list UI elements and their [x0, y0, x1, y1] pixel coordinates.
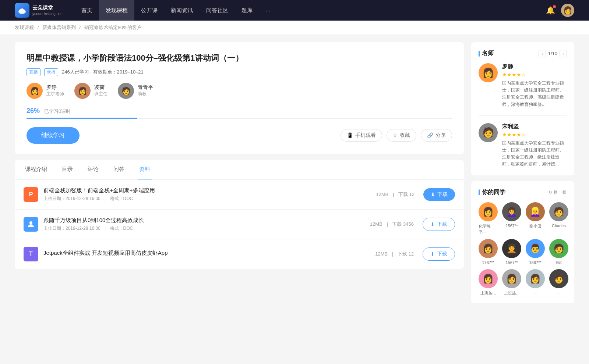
resource-3-downloads: 下载 12	[398, 251, 414, 257]
classmate-2-name: 1567**	[505, 224, 518, 228]
resource-3-info: Jetpack全组件实战 开发短视频应用高仿皮皮虾App	[43, 250, 366, 258]
sidebar-teacher-2-avatar: 🧑	[479, 123, 498, 142]
content-area: 明星中教授课，小学阶段语法100分–强化级第1讲动词（一） 直播 录播 246人…	[15, 42, 464, 303]
classmate-2[interactable]: 👩‍🦱 1567**	[502, 202, 521, 235]
course-title: 明星中教授课，小学阶段语法100分–强化级第1讲动词（一）	[27, 53, 452, 64]
teacher-2: 👩 凌荷 班主任	[74, 83, 107, 99]
classmate-10[interactable]: 👩 上班族...	[502, 269, 521, 296]
user-avatar[interactable]: 👩	[561, 4, 574, 17]
progress-bar-bg	[27, 118, 452, 119]
action-buttons: 📱 手机观看 ☆ 收藏 🔗 分享	[341, 129, 452, 142]
main-layout: 明星中教授课，小学阶段语法100分–强化级第1讲动词（一） 直播 录播 246人…	[0, 35, 589, 311]
teacher-2-avatar: 👩	[74, 83, 91, 99]
classmate-10-avatar: 👩	[502, 269, 521, 288]
tab-resources[interactable]: 资料	[138, 160, 152, 179]
classmate-12-name: ...	[557, 290, 560, 295]
notification-bell[interactable]: 🔔	[546, 6, 555, 15]
resource-3-download-button[interactable]: ⬇ 下载	[423, 247, 455, 261]
classmate-5[interactable]: 👩 1767**	[479, 239, 498, 265]
refresh-label: 换一换	[554, 189, 567, 196]
progress-pct: 26%	[27, 107, 40, 114]
teacher-1: 👩 罗静 主讲老师	[27, 83, 64, 99]
mobile-watch-button[interactable]: 📱 手机观看	[341, 129, 382, 142]
classmate-8[interactable]: 🧑 Bill	[549, 239, 568, 265]
breadcrumb-link-2[interactable]: 新媒体营销系列	[42, 25, 76, 30]
classmate-3[interactable]: 👱‍♀️ 张小田	[526, 202, 545, 235]
classmates-accent-bar	[479, 189, 480, 195]
mobile-icon: 📱	[347, 132, 353, 138]
classmate-7[interactable]: 👨 1867**	[526, 239, 545, 265]
sidebar-teacher-2-name: 宋利坚	[502, 123, 567, 130]
download-2-icon: ⬇	[430, 221, 435, 227]
nav-item-home[interactable]: 首页	[75, 0, 99, 21]
download-1-icon: ⬇	[431, 192, 435, 197]
tab-qa[interactable]: 问答	[112, 160, 126, 179]
resource-3-size: 12MB	[375, 251, 388, 257]
breadcrumb: 发现课程 / 新媒体营销系列 / 销冠修炼术搞定80%的客户	[0, 21, 589, 35]
sidebar-teacher-1-name: 罗静	[502, 63, 567, 70]
breadcrumb-sep-2: /	[80, 25, 81, 30]
tab-review[interactable]: 评论	[86, 160, 100, 179]
sidebar-teacher-2-info: 宋利坚 ★★★★☆ 国内某重点大学安全工程专业硕士，国家一级注册消防工程师、注册…	[502, 123, 567, 168]
resource-1-stats: 12MB | 下载 12	[376, 191, 415, 198]
tab-intro[interactable]: 课程介绍	[24, 160, 49, 179]
teacher-divider	[479, 115, 567, 116]
badge-live: 直播	[27, 68, 40, 76]
nav-item-quiz[interactable]: 题库	[235, 0, 259, 21]
resource-1-info: 前端全栈加强版！前端全栈+全周期+多端应用 上传日期：2019-12-28 16…	[43, 187, 367, 202]
sidebar-teacher-1-avatar: 👩	[479, 63, 498, 82]
classmate-6[interactable]: 🧑‍🦱 1567**	[502, 239, 521, 265]
svg-point-4	[29, 221, 32, 224]
prev-page-button[interactable]: ‹	[539, 50, 546, 57]
share-label: 分享	[435, 132, 446, 139]
classmate-5-avatar: 👩	[479, 239, 498, 258]
nav-item-qa[interactable]: 问答社区	[200, 0, 235, 21]
classmate-3-avatar: 👱‍♀️	[526, 202, 545, 221]
cloud-icon	[17, 6, 27, 15]
resource-2-downloads: 下载 3456	[392, 221, 414, 227]
classmates-grid: 👩 化学教书... 👩‍🦱 1567** 👱‍♀️ 张小田 🧑 Charles	[479, 202, 567, 296]
classmate-9[interactable]: 👩 上班族...	[479, 269, 498, 296]
collect-button[interactable]: ☆ 收藏	[387, 129, 416, 142]
classmates-card: 你的同学 ↻ 换一换 👩 化学教书... 👩‍🦱 1567**	[471, 181, 574, 303]
resource-item-1: P 前端全栈加强版！前端全栈+全周期+多端应用 上传日期：2019-12-28 …	[15, 180, 464, 210]
classmate-1[interactable]: 👩 化学教书...	[479, 202, 498, 235]
resource-2-stats: 12MB | 下载 3456	[370, 221, 414, 228]
nav-logo[interactable]: 云朵课堂 yundouketang.com	[15, 3, 64, 18]
next-page-button[interactable]: ›	[560, 50, 567, 57]
classmate-4-name: Charles	[552, 224, 566, 228]
progress-bar-fill	[27, 118, 137, 119]
sidebar-teacher-1: 👩 罗静 ★★★★☆ 国内某重点大学安全工程专业硕士，国家一级注册消防工程师、注…	[479, 63, 567, 108]
continue-button[interactable]: 继续学习	[27, 127, 80, 144]
classmate-4[interactable]: 🧑 Charles	[549, 202, 568, 235]
classmate-1-avatar: 👩	[479, 202, 498, 221]
teacher-3-role: 助教	[138, 91, 153, 97]
nav-item-open[interactable]: 公开课	[134, 0, 164, 21]
sidebar-teacher-2-desc: 国内某重点大学安全工程专业硕士，国家一级注册消防工程师、注册安全工程师、级注册建…	[502, 140, 567, 168]
share-button[interactable]: 🔗 分享	[421, 129, 452, 142]
nav-item-more[interactable]: ···	[259, 0, 277, 21]
classmate-4-avatar: 🧑	[549, 202, 568, 221]
tab-catalog[interactable]: 目录	[60, 160, 74, 179]
nav-item-discover[interactable]: 发现课程	[99, 0, 134, 21]
teacher-1-avatar: 👩	[27, 83, 43, 99]
resource-2-size: 12MB	[370, 221, 382, 227]
breadcrumb-sep-1: /	[38, 25, 39, 30]
logo-text: 云朵课堂 yundouketang.com	[32, 4, 64, 16]
resource-item-2: 跟随千万级项目从0到100全过程高效成长 上传日期：2019-12-28 16:…	[15, 210, 464, 239]
course-meta-row: 直播 录播 246人已学习 · 有效期至：2019–10–21	[27, 68, 452, 76]
breadcrumb-link-1[interactable]: 发现课程	[15, 25, 34, 30]
refresh-button[interactable]: ↻ 换一换	[549, 189, 567, 196]
resource-1-date: 上传日期：2019-12-28 16:00	[43, 196, 100, 201]
classmate-11[interactable]: 👩 ...	[526, 269, 545, 296]
page-indicator: 1/10	[548, 51, 557, 56]
resource-1-download-button[interactable]: ⬇ 下载	[423, 188, 455, 201]
resource-1-downloads: 下载 12	[398, 192, 415, 197]
sidebar-teacher-1-stars: ★★★★☆	[502, 72, 567, 78]
nav-item-news[interactable]: 新闻资讯	[164, 0, 200, 21]
classmate-12[interactable]: 🧑 ...	[549, 269, 568, 296]
resource-2-download-button[interactable]: ⬇ 下载	[423, 218, 455, 231]
classmate-7-name: 1867**	[529, 260, 541, 265]
resource-1-size: 12MB	[376, 192, 388, 197]
progress-section: 26% 已学习0课时	[27, 107, 452, 119]
